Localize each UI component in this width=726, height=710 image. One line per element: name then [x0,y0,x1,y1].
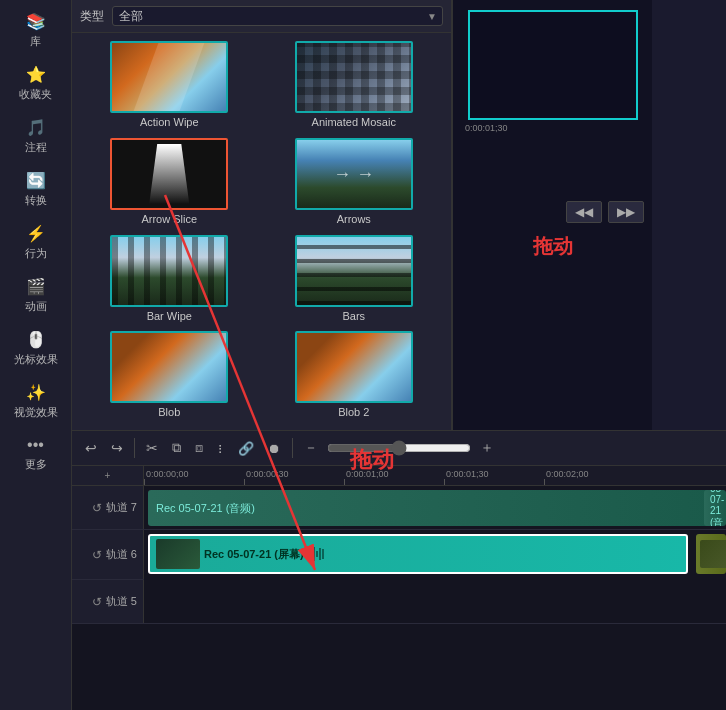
more-icon: ••• [27,436,44,454]
effect-label-bars: Bars [342,310,365,322]
zoom-plus-button[interactable]: ＋ [475,436,499,460]
behavior-icon: ⚡ [26,224,46,243]
video-clip-6-selected[interactable]: Rec 05-07-21 (屏幕) [148,534,688,574]
track-loop-icon-6[interactable]: ↺ [92,548,102,562]
split-button[interactable]: ⫶ [212,438,229,459]
fast-forward-button[interactable]: ▶▶ [608,201,644,223]
record-button[interactable]: ⏺ [263,438,286,459]
ruler-tick-2: 0:00:01;00 [344,469,444,485]
zoom-controls: － ＋ [299,436,499,460]
track-label-6: ↺ 轨道 6 [72,530,144,579]
effect-thumb-arrow-slice [110,138,228,210]
audio-clip-7-continuation[interactable]: Rec 05-07-21 (音频) [704,490,726,526]
undo-button[interactable]: ↩ [80,437,102,459]
notes-icon: 🎵 [26,118,46,137]
copy-button[interactable]: ⧉ [167,437,186,459]
audio-clip-7-main[interactable]: Rec 05-07-21 (音频) [148,490,722,526]
sidebar-label-animation: 动画 [25,299,47,314]
effect-thumb-bar-wipe [110,235,228,307]
type-select[interactable]: 全部 [112,6,443,26]
track-label-text-5: 轨道 5 [106,594,137,609]
sidebar-item-visual-effects[interactable]: ✨ 视觉效果 [0,375,71,428]
effect-item-arrows[interactable]: Arrows [265,138,444,229]
effect-thumb-blob2 [295,331,413,403]
track-loop-icon-7[interactable]: ↺ [92,501,102,515]
effects-grid: Action Wipe Animated Mosaic Arrow Slice … [72,33,451,430]
effect-item-action-wipe[interactable]: Action Wipe [80,41,259,132]
redo-button[interactable]: ↪ [106,437,128,459]
effect-label-blob2: Blob 2 [338,406,369,418]
effect-thumb-arrows [295,138,413,210]
app-window: 📚 库 ⭐ 收藏夹 🎵 注程 🔄 转换 ⚡ 行为 🎬 动画 🖱️ 光标效果 ✨ [0,0,726,710]
sidebar-label-more: 更多 [25,457,47,472]
cut-button[interactable]: ✂ [141,437,163,459]
track-content-6[interactable]: Rec 05-07-21 (屏幕) [144,530,726,580]
type-select-wrapper: 全部 ▼ [112,6,443,26]
effect-item-bar-wipe[interactable]: Bar Wipe [80,235,259,326]
ruler-label-area: + [72,466,144,485]
ruler-line-1 [244,479,245,485]
ruler-tick-1: 0:00:00;30 [244,469,344,485]
track-label-5: ↺ 轨道 5 [72,580,144,623]
effect-thumb-blob [110,331,228,403]
track-label-text-7: 轨道 7 [106,500,137,515]
ruler-label-4: 0:00:02;00 [544,469,589,479]
effect-thumb-animated-mosaic [295,41,413,113]
detach-button[interactable]: 🔗 [233,438,259,459]
track-label-text-6: 轨道 6 [106,547,137,562]
effect-thumb-bars [295,235,413,307]
video-clip-6b[interactable]: Rec 05-07 [696,534,726,574]
sidebar-label-favorites: 收藏夹 [19,87,52,102]
ruler-label-0: 0:00:00;00 [144,469,189,479]
sidebar-item-favorites[interactable]: ⭐ 收藏夹 [0,57,71,110]
video-clip-waveform [310,544,324,564]
sidebar-item-animation[interactable]: 🎬 动画 [0,269,71,322]
sidebar-item-behavior[interactable]: ⚡ 行为 [0,216,71,269]
left-nav: 📚 库 ⭐ 收藏夹 🎵 注程 🔄 转换 ⚡ 行为 🎬 动画 🖱️ 光标效果 ✨ [0,0,72,710]
track-content-5[interactable] [144,580,726,623]
type-filter-bar: 类型 全部 ▼ [72,0,451,33]
video-clip-6b-thumb [700,540,726,568]
ruler-line-4 [544,479,545,485]
timeline-ruler-row: + 0:00:00;00 0:00:00;30 0:00:01;00 [72,466,726,486]
ruler-line-2 [344,479,345,485]
cursor-effects-icon: 🖱️ [26,330,46,349]
ruler-tick-3: 0:00:01;30 [444,469,544,485]
add-track-plus[interactable]: + [105,470,111,481]
center-right-area: 类型 全部 ▼ Action Wipe [72,0,726,710]
effects-panel: 类型 全部 ▼ Action Wipe [72,0,452,430]
preview-time: 0:00:01;30 [465,123,508,133]
library-icon: 📚 [26,12,46,31]
track-label-7: ↺ 轨道 7 [72,486,144,529]
ruler-tick-4: 0:00:02;00 [544,469,644,485]
zoom-slider[interactable] [327,440,471,456]
effect-item-bars[interactable]: Bars [265,235,444,326]
zoom-minus-button[interactable]: － [299,436,323,460]
track-row-5: ↺ 轨道 5 [72,580,726,624]
favorites-icon: ⭐ [26,65,46,84]
rewind-button[interactable]: ◀◀ [566,201,602,223]
sidebar-item-library[interactable]: 📚 库 [0,4,71,57]
ruler-tick-0: 0:00:00;00 [144,469,244,485]
sidebar-item-transitions[interactable]: 🔄 转换 [0,163,71,216]
effect-item-arrow-slice[interactable]: Arrow Slice [80,138,259,229]
audio-clip-7-label: Rec 05-07-21 (音频) [156,501,255,516]
paste-button[interactable]: ⧈ [190,437,208,459]
effect-item-animated-mosaic[interactable]: Animated Mosaic [265,41,444,132]
tracks-container: + 0:00:00;00 0:00:00;30 0:00:01;00 [72,466,726,710]
effect-item-blob[interactable]: Blob [80,331,259,422]
effect-item-blob2[interactable]: Blob 2 [265,331,444,422]
sidebar-item-notes[interactable]: 🎵 注程 [0,110,71,163]
preview-controls-row: ◀◀ ▶▶ [461,201,644,223]
ruler-label-2: 0:00:01;00 [344,469,389,479]
track-loop-icon-5[interactable]: ↺ [92,595,102,609]
effect-thumb-action-wipe [110,41,228,113]
effect-label-action-wipe: Action Wipe [140,116,199,128]
track-content-7[interactable]: Rec 05-07-21 (音频) Rec 05-07-21 (音频) [144,486,726,529]
preview-screen [468,10,638,120]
transitions-icon: 🔄 [26,171,46,190]
sidebar-item-cursor-effects[interactable]: 🖱️ 光标效果 [0,322,71,375]
bottom-timeline-section: ↩ ↪ ✂ ⧉ ⧈ ⫶ 🔗 ⏺ － ＋ [72,430,726,710]
visual-effects-icon: ✨ [26,383,46,402]
sidebar-item-more[interactable]: ••• 更多 [0,428,71,480]
